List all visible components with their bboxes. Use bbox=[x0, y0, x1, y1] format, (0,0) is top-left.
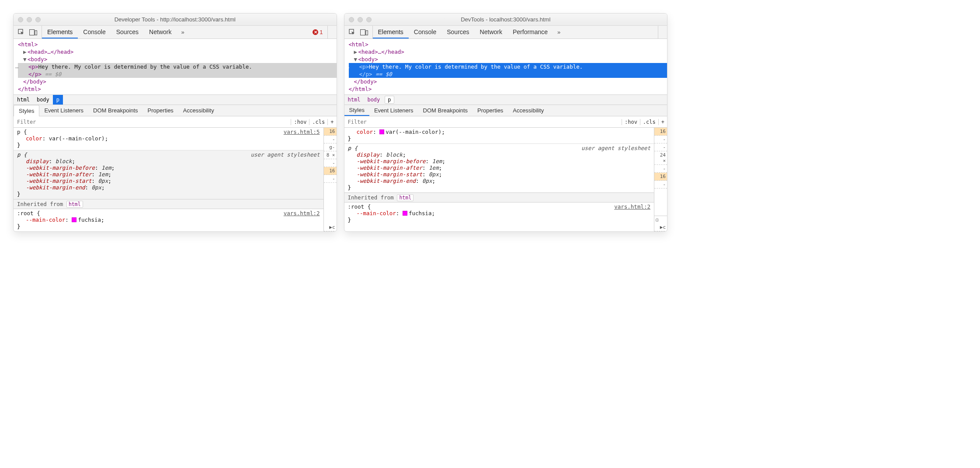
subtab-properties[interactable]: Properties bbox=[473, 105, 508, 116]
inherited-tag[interactable]: html bbox=[66, 201, 83, 208]
color-swatch-icon[interactable] bbox=[72, 217, 76, 222]
dom-node-body-close[interactable]: </body> bbox=[23, 78, 46, 85]
zoom-dot[interactable] bbox=[366, 17, 372, 22]
dom-tree[interactable]: <html> ▶<head>…</head> ▼<body> … <p>Hey … bbox=[344, 39, 667, 94]
tab-elements[interactable]: Elements bbox=[373, 26, 409, 38]
zoom-dot[interactable] bbox=[35, 17, 41, 22]
styles-panel[interactable]: vars.html:5 p { color: var(--main-color)… bbox=[14, 128, 323, 231]
crumb-p[interactable]: p bbox=[53, 95, 63, 105]
dom-node-html[interactable]: <html> bbox=[18, 41, 38, 48]
dom-node-html[interactable]: <html> bbox=[349, 41, 368, 48]
crumb-html[interactable]: html bbox=[14, 95, 33, 105]
styles-filter-bar: :hov .cls + bbox=[14, 116, 337, 128]
crumb-html[interactable]: html bbox=[344, 95, 364, 105]
dom-node-html-close[interactable]: </html> bbox=[349, 86, 372, 92]
dom-selected-row[interactable]: … <p>Hey there. My color is determined b… bbox=[349, 63, 667, 78]
tab-performance[interactable]: Performance bbox=[507, 26, 553, 38]
rule-source-ua: user agent stylesheet bbox=[250, 151, 320, 158]
svg-rect-1 bbox=[30, 29, 35, 35]
tab-console[interactable]: Console bbox=[78, 26, 111, 38]
hov-button[interactable]: :hov bbox=[291, 119, 309, 125]
subtab-styles[interactable]: Styles bbox=[14, 105, 39, 116]
css-rule-p[interactable]: vars.html:5 p { color: var(--main-color)… bbox=[14, 128, 323, 150]
css-rule-root[interactable]: vars.html:2 :root { --main-color: fuchsi… bbox=[344, 203, 654, 225]
devtools-window-right: DevTools - localhost:3000/vars.html Elem… bbox=[344, 13, 668, 232]
rule-source-link[interactable]: vars.html:2 bbox=[284, 210, 320, 217]
tab-sources[interactable]: Sources bbox=[111, 26, 144, 38]
metrics-gutter: 16 - - 24 × - 16 - ☐ ▶c bbox=[654, 128, 667, 231]
color-swatch-icon[interactable] bbox=[403, 211, 407, 216]
tab-network[interactable]: Network bbox=[475, 26, 507, 38]
styles-panel[interactable]: color: var(--main-color); } user agent s… bbox=[344, 128, 654, 231]
rule-source-ua: user agent stylesheet bbox=[581, 145, 650, 151]
subtab-styles[interactable]: Styles bbox=[344, 105, 369, 116]
tab-console[interactable]: Console bbox=[409, 26, 441, 38]
minimize-dot[interactable] bbox=[358, 17, 363, 22]
tab-sources[interactable]: Sources bbox=[441, 26, 474, 38]
collapse-icon[interactable]: ▼ bbox=[23, 56, 28, 63]
expand-icon[interactable]: ▶c bbox=[654, 224, 667, 231]
metrics-gutter: 16 - g- 8 × - 16 - ▶c bbox=[323, 128, 337, 231]
styles-subtabs: Styles Event Listeners DOM Breakpoints P… bbox=[344, 105, 667, 116]
new-rule-button[interactable]: + bbox=[658, 119, 667, 125]
close-dot[interactable] bbox=[18, 17, 23, 22]
crumb-p[interactable]: p bbox=[385, 96, 394, 104]
minimize-dot[interactable] bbox=[27, 17, 32, 22]
subtab-accessibility[interactable]: Accessibility bbox=[178, 105, 219, 116]
window-title: DevTools - localhost:3000/vars.html bbox=[344, 16, 667, 23]
device-toolbar-icon[interactable] bbox=[360, 29, 368, 35]
cls-button[interactable]: .cls bbox=[640, 119, 658, 125]
dom-eq0: == $0 bbox=[372, 71, 392, 77]
dom-tree[interactable]: <html> ▶<head>…</head> ▼<body> … <p>Hey … bbox=[14, 39, 337, 94]
collapse-icon[interactable]: ▼ bbox=[354, 56, 358, 63]
dom-selected-row[interactable]: … <p>Hey there. My color is determined b… bbox=[18, 63, 337, 78]
dom-p-text: Hey there. My color is determined by the… bbox=[369, 63, 583, 70]
css-rule-ua[interactable]: user agent stylesheet p { display: block… bbox=[344, 143, 654, 192]
error-count: 1 bbox=[320, 29, 323, 35]
dom-node-html-close[interactable]: </html> bbox=[18, 86, 41, 92]
svg-rect-4 bbox=[360, 29, 365, 35]
tab-network[interactable]: Network bbox=[144, 26, 177, 38]
rule-source-link[interactable]: vars.html:5 bbox=[284, 129, 320, 135]
styles-filter-input[interactable] bbox=[344, 119, 622, 125]
expand-icon[interactable]: ▶c bbox=[324, 224, 337, 231]
dom-node-head[interactable]: <head>…</head> bbox=[28, 49, 73, 55]
expand-icon[interactable]: ▶ bbox=[23, 49, 28, 55]
device-toolbar-icon[interactable] bbox=[29, 29, 37, 35]
devtools-window-left: Developer Tools - http://localhost:3000/… bbox=[13, 13, 337, 232]
tabs-overflow-icon[interactable]: » bbox=[553, 29, 565, 35]
dom-node-head[interactable]: <head>…</head> bbox=[358, 49, 404, 55]
crumb-body[interactable]: body bbox=[33, 95, 53, 105]
cls-button[interactable]: .cls bbox=[309, 119, 327, 125]
tab-elements[interactable]: Elements bbox=[42, 26, 78, 38]
inspect-icon[interactable] bbox=[18, 29, 25, 36]
css-rule-p[interactable]: color: var(--main-color); } bbox=[344, 128, 654, 143]
css-rule-root[interactable]: vars.html:2 :root { --main-color: fuchsi… bbox=[14, 209, 323, 231]
inspect-icon[interactable] bbox=[349, 29, 356, 36]
inherited-tag[interactable]: html bbox=[397, 194, 414, 201]
subtab-accessibility[interactable]: Accessibility bbox=[508, 105, 549, 116]
dom-node-body[interactable]: <body> bbox=[28, 56, 47, 63]
hov-button[interactable]: :hov bbox=[622, 119, 640, 125]
subtab-event-listeners[interactable]: Event Listeners bbox=[39, 105, 88, 116]
crumb-body[interactable]: body bbox=[364, 95, 383, 105]
subtab-dom-breakpoints[interactable]: DOM Breakpoints bbox=[418, 105, 473, 116]
new-rule-button[interactable]: + bbox=[327, 119, 336, 125]
subtab-properties[interactable]: Properties bbox=[143, 105, 178, 116]
titlebar: DevTools - localhost:3000/vars.html bbox=[344, 14, 667, 26]
tabs-overflow-icon[interactable]: » bbox=[177, 29, 188, 35]
rule-source-link[interactable]: vars.html:2 bbox=[614, 203, 650, 210]
close-dot[interactable] bbox=[349, 17, 354, 22]
window-title: Developer Tools - http://localhost:3000/… bbox=[14, 16, 337, 23]
styles-filter-input[interactable] bbox=[14, 119, 291, 125]
css-rule-ua[interactable]: user agent stylesheet p { display: block… bbox=[14, 150, 323, 199]
expand-icon[interactable]: ▶ bbox=[354, 49, 358, 55]
toolbar: Elements Console Sources Network » ✕ 1 bbox=[14, 26, 337, 39]
subtab-dom-breakpoints[interactable]: DOM Breakpoints bbox=[88, 105, 143, 116]
dom-node-body-close[interactable]: </body> bbox=[354, 78, 377, 85]
dom-node-body[interactable]: <body> bbox=[358, 56, 378, 63]
error-badge[interactable]: ✕ 1 bbox=[313, 29, 323, 35]
checkbox-placeholder[interactable]: ☐ bbox=[654, 216, 667, 224]
color-swatch-icon[interactable] bbox=[379, 129, 384, 134]
subtab-event-listeners[interactable]: Event Listeners bbox=[369, 105, 418, 116]
